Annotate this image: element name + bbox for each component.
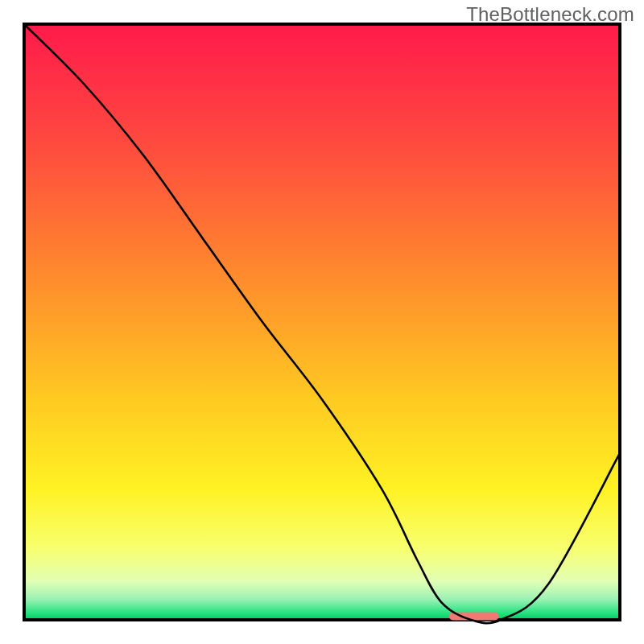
bottleneck-curve-chart	[0, 0, 644, 644]
watermark-text: TheBottleneck.com	[466, 3, 634, 26]
chart-container: { "watermark": "TheBottleneck.com", "cha…	[0, 0, 644, 644]
plot-background	[24, 24, 620, 620]
